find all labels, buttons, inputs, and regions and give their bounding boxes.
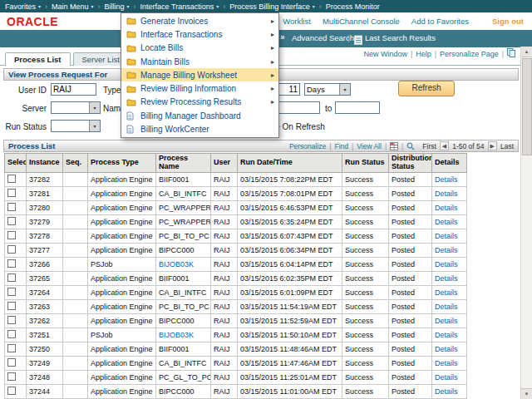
seq-cell bbox=[63, 313, 88, 328]
row-select-checkbox[interactable] bbox=[7, 387, 16, 395]
row-select-checkbox[interactable] bbox=[7, 288, 16, 296]
row-select-checkbox[interactable] bbox=[7, 330, 16, 338]
run-status-cell: Success bbox=[342, 285, 389, 299]
view-all-link[interactable]: View All bbox=[357, 142, 382, 150]
details-link[interactable]: Details bbox=[435, 175, 458, 184]
scroll-up-icon[interactable]: ▲ bbox=[521, 47, 532, 57]
menu-item[interactable]: Review Processing Results ▸ bbox=[121, 96, 278, 109]
details-link[interactable]: Details bbox=[435, 317, 458, 325]
menu-item[interactable]: Interface Transactions ▸ bbox=[121, 27, 278, 41]
row-select-checkbox[interactable] bbox=[7, 358, 16, 367]
menu-item[interactable]: Manage Billing Worksheet ▸ bbox=[121, 68, 278, 81]
submenu-arrow-icon: ▸ bbox=[271, 85, 274, 92]
details-link[interactable]: Details bbox=[435, 246, 458, 254]
find-link[interactable]: Find bbox=[335, 142, 349, 150]
row-select-checkbox[interactable] bbox=[7, 245, 16, 254]
table-row: 37262 Application Engine BIPCC000BIPCC00… bbox=[5, 313, 467, 328]
copy-url-icon[interactable] bbox=[507, 48, 515, 59]
details-link[interactable]: Details bbox=[435, 303, 458, 311]
scroll-down-icon[interactable]: ▼ bbox=[521, 388, 532, 399]
details-link[interactable]: Details bbox=[435, 373, 458, 382]
details-link[interactable]: Details bbox=[435, 345, 458, 353]
details-link[interactable]: Details bbox=[435, 331, 458, 339]
details-link[interactable]: Details bbox=[435, 190, 458, 198]
seq-cell bbox=[63, 299, 88, 313]
details-link[interactable]: Details bbox=[435, 204, 458, 212]
last-link[interactable]: Last bbox=[500, 142, 514, 150]
menu-item[interactable]: Generate Invoices ▸ bbox=[121, 14, 278, 27]
breadcrumb-item[interactable]: Favorites▾ bbox=[5, 2, 52, 11]
row-select-checkbox[interactable] bbox=[7, 217, 16, 225]
row-select-checkbox[interactable] bbox=[7, 259, 16, 268]
row-select-checkbox[interactable] bbox=[7, 231, 16, 239]
menu-item[interactable]: Review Billing Information ▸ bbox=[121, 81, 278, 95]
row-select-checkbox[interactable] bbox=[7, 203, 16, 211]
sign-out-link[interactable]: Sign out bbox=[492, 17, 524, 26]
row-select-checkbox[interactable] bbox=[7, 189, 16, 197]
first-link[interactable]: First bbox=[422, 142, 436, 150]
folder-icon bbox=[126, 98, 138, 106]
row-select-checkbox[interactable] bbox=[7, 372, 16, 381]
breadcrumb-item[interactable]: Process Billing Interface▾ bbox=[229, 2, 326, 11]
breadcrumb-item[interactable]: Process Monitor▾ bbox=[326, 2, 380, 11]
process-name: BIPCC000 bbox=[159, 387, 195, 396]
details-link[interactable]: Details bbox=[435, 387, 458, 396]
row-select-checkbox[interactable] bbox=[7, 316, 16, 324]
last-search-results-link[interactable]: Last Search Results bbox=[365, 33, 436, 42]
scrollbar-thumb[interactable] bbox=[522, 58, 532, 155]
days-select[interactable]: Days▾ bbox=[304, 83, 351, 96]
menu-item[interactable]: Locate Bills ▸ bbox=[121, 42, 278, 55]
personalize-link[interactable]: Personalize bbox=[289, 142, 326, 150]
col-distribution-status: Distribution Status bbox=[389, 154, 432, 173]
breadcrumb-item[interactable]: Billing▾ bbox=[105, 2, 140, 11]
process-name-link[interactable]: BIJOB03K bbox=[159, 260, 194, 268]
help-link[interactable]: Help bbox=[416, 50, 431, 58]
zoom-icon[interactable] bbox=[406, 142, 415, 150]
seq-cell bbox=[63, 370, 88, 384]
process-name-cell: PC_BI_TO_PCPC_BI_TO_PC bbox=[156, 229, 211, 243]
seq-cell bbox=[63, 285, 88, 299]
instance-to-field[interactable] bbox=[335, 101, 380, 114]
new-window-link[interactable]: New Window bbox=[363, 50, 407, 58]
process-name-link[interactable]: BIJOB03K bbox=[159, 331, 194, 339]
breadcrumb-item[interactable]: Main Menu▾ bbox=[52, 2, 105, 11]
process-name: PC_WRAPPER bbox=[159, 218, 211, 226]
header-link[interactable]: MultiChannel Console bbox=[323, 17, 411, 26]
process-type-cell: Application Engine bbox=[88, 342, 156, 356]
details-link[interactable]: Details bbox=[435, 359, 458, 367]
submenu-arrow-icon: ▸ bbox=[271, 44, 274, 52]
user-cell: RAIJ bbox=[211, 384, 238, 398]
server-select[interactable]: ▾ bbox=[51, 101, 101, 114]
row-select-checkbox[interactable] bbox=[7, 175, 16, 183]
breadcrumb: Favorites▾ Main Menu▾ Billing▾ Interface… bbox=[0, 0, 532, 12]
refresh-button[interactable]: Refresh bbox=[398, 81, 455, 96]
next-page-icon[interactable]: ▶ bbox=[488, 141, 497, 150]
details-link[interactable]: Details bbox=[435, 218, 458, 226]
tab[interactable]: Process List bbox=[5, 52, 71, 66]
user-id-field[interactable] bbox=[51, 83, 96, 96]
run-status-select[interactable]: ▾ bbox=[51, 120, 101, 132]
document-icon bbox=[126, 111, 138, 121]
personalize-page-link[interactable]: Personalize Page bbox=[440, 50, 499, 58]
details-link[interactable]: Details bbox=[435, 260, 458, 268]
details-link[interactable]: Details bbox=[435, 288, 458, 297]
prev-page-icon[interactable]: ◀ bbox=[440, 141, 449, 150]
search-go-icon[interactable]: » bbox=[280, 32, 285, 42]
details-link[interactable]: Details bbox=[435, 274, 458, 283]
header-link[interactable]: Worklist bbox=[283, 17, 323, 26]
breadcrumb-item[interactable]: Interface Transactions▾ bbox=[140, 2, 230, 11]
row-select-checkbox[interactable] bbox=[7, 344, 16, 352]
user-id-label: User ID bbox=[0, 86, 47, 95]
row-select-checkbox[interactable] bbox=[7, 273, 16, 282]
download-icon[interactable] bbox=[390, 142, 398, 150]
process-name: PC_BI_TO_PC bbox=[159, 303, 209, 311]
header-link[interactable]: Add to Favorites bbox=[411, 17, 480, 26]
instance-cell: 37262 bbox=[27, 313, 63, 328]
menu-item[interactable]: Billing Manager Dashboard ▸ bbox=[121, 109, 278, 122]
details-link[interactable]: Details bbox=[435, 232, 458, 240]
menu-item[interactable]: Maintain Bills ▸ bbox=[121, 55, 278, 68]
vertical-scrollbar[interactable]: ▲ ▼ bbox=[520, 47, 532, 399]
advanced-search-link[interactable]: Advanced Search bbox=[292, 33, 354, 42]
row-select-checkbox[interactable] bbox=[7, 302, 16, 310]
menu-item[interactable]: Billing WorkCenter ▸ bbox=[121, 122, 278, 135]
